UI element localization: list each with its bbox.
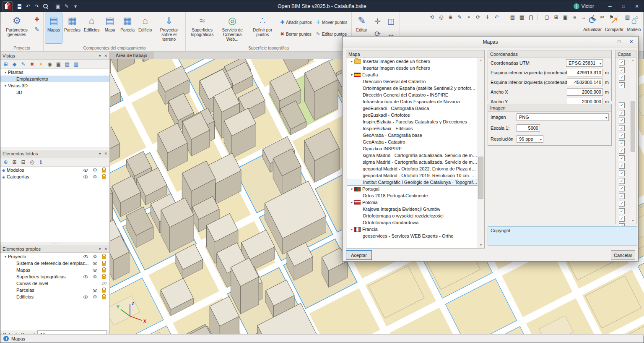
model-view-icon[interactable]: ⌂ <box>632 13 641 21</box>
scale-input[interactable] <box>517 124 540 132</box>
item-insertar-imagen-desde-un-fichero[interactable]: Insertar imagen desde un fichero <box>347 65 478 71</box>
window-select-icon[interactable]: ▢ <box>543 13 551 21</box>
lock-icon[interactable] <box>101 174 107 180</box>
gear-icon[interactable]: ⚙ <box>92 294 98 300</box>
ribbon-button-anadir-puntos[interactable]: ✚ Añadir puntos <box>280 18 312 26</box>
delete-view-icon[interactable]: ✖ <box>28 60 36 68</box>
link-model-icon[interactable]: ⊕ <box>2 158 10 166</box>
item-geoeuskadi-cartografia-basica[interactable]: geoEuskadi - Cartografía Básica <box>347 105 478 112</box>
layer-checkbox[interactable] <box>619 193 625 199</box>
layer-checkbox[interactable] <box>619 102 625 108</box>
tree-item-emplazamiento[interactable]: Emplazamiento <box>0 76 109 82</box>
scroll-down-icon[interactable]: ▼ <box>478 243 484 248</box>
minimize-button[interactable]: ─ <box>603 0 617 12</box>
eye-off-icon[interactable] <box>101 280 107 286</box>
pan-icon[interactable]: ✛ <box>483 13 492 21</box>
new-plan-view-icon[interactable]: ⊞ <box>2 60 10 68</box>
chevron-down-icon[interactable] <box>349 187 354 191</box>
undo-icon[interactable]: ↶ <box>24 2 32 10</box>
texture-icon[interactable]: ▦ <box>517 13 526 21</box>
visibility-icon[interactable]: ◎ <box>28 158 36 166</box>
tab-area-de-trabajo[interactable]: Área de trabajo <box>110 52 153 59</box>
item-polonia[interactable]: Polonia <box>347 199 478 206</box>
gear-icon[interactable]: ⚙ <box>92 254 98 259</box>
library-icon[interactable]: ▥ <box>72 60 80 68</box>
info-icon[interactable]: ℹ <box>37 158 45 166</box>
list-item-categorias[interactable]: ◈ Categorías ⚙ <box>0 173 109 180</box>
layer-checkbox[interactable] <box>619 216 625 222</box>
dialog-close-button[interactable]: ✕ <box>626 37 637 46</box>
toolbar-options-icon[interactable]: ▾ <box>71 2 80 10</box>
lock-icon[interactable] <box>101 274 107 280</box>
item-geoservices-services-web-experts-ortho[interactable]: geoservices - Services WEB Experts - Ort… <box>347 233 478 239</box>
eye-icon[interactable] <box>83 174 89 180</box>
chevron-down-icon[interactable] <box>349 228 354 231</box>
chevron-down-icon[interactable] <box>3 84 8 88</box>
clip-icon[interactable]: ✂ <box>598 13 607 21</box>
item-espana[interactable]: España <box>347 71 478 78</box>
scrollbar-thumb[interactable] <box>478 157 483 199</box>
zoom-extents-icon[interactable]: ⌖ <box>465 13 473 21</box>
capture-icon[interactable]: ▣ <box>54 2 62 10</box>
eye-icon[interactable] <box>83 274 89 280</box>
eye-icon[interactable] <box>83 294 89 300</box>
lock-icon[interactable] <box>101 167 107 173</box>
layer-checkbox[interactable] <box>619 118 625 123</box>
ribbon-button-superficies-topograficas[interactable]: ≈ Superficies topográficas <box>187 13 217 44</box>
item-inspirebizkaia-parcelas-catastrales-y-direcciones[interactable]: InspireBizkaia - Parcelas Catastrales y … <box>347 118 478 125</box>
ribbon-button-parcelas[interactable]: ▦ Parcelas <box>62 13 82 44</box>
close-panel-icon[interactable]: ✕ <box>104 152 107 156</box>
item-infraestructura-de-datos-espaciales-de-navarra[interactable]: Infraestructura de Datos Espaciales de N… <box>347 98 478 105</box>
gear-icon[interactable]: ⚙ <box>92 274 98 280</box>
chevron-down-icon[interactable] <box>349 73 354 77</box>
item-geoportal-madrid-ortofoto-2022-entorno-de-plaza-de-es[interactable]: geoportal Madrid - Ortofoto 2022. Entorn… <box>347 165 478 172</box>
tree-item-proyecto[interactable]: Proyecto ⚙ <box>0 253 109 260</box>
report-icon[interactable]: ▤ <box>63 60 71 68</box>
lock-icon[interactable] <box>101 294 107 300</box>
layer-checkbox[interactable] <box>619 110 625 116</box>
close-panel-icon[interactable]: ✕ <box>104 247 107 251</box>
save-icon[interactable] <box>15 2 23 10</box>
dialog-title-bar[interactable]: Mapas □ ✕ <box>343 37 638 47</box>
collapse-icon[interactable]: ▾ <box>99 54 101 58</box>
gear-icon[interactable]: ⚙ <box>92 167 98 173</box>
grid-icon[interactable]: ⊞ <box>552 13 561 21</box>
zoom-previous-icon[interactable]: ⟲ <box>428 13 436 21</box>
item-geoeuskadi-ortofotos[interactable]: geoEuskadi - Ortofotos <box>347 112 478 118</box>
chevron-down-icon[interactable] <box>349 60 354 63</box>
tree-item-3d[interactable]: 3D <box>0 89 109 96</box>
layer-checkbox[interactable] <box>619 201 625 207</box>
edit-view-icon[interactable]: ✎ <box>19 60 27 68</box>
layer-checkbox[interactable] <box>619 60 625 65</box>
item-insertar-imagen-desde-un-fichero[interactable]: Insertar imagen desde un fichero <box>347 58 478 65</box>
item-sigma-madrid-cartografia-actualizada-servicio-de-mapa[interactable]: sigma Madrid - Cartografía actualizada. … <box>347 152 478 159</box>
ribbon-button-servicio-de-cobertura-web[interactable]: ◎ Servicio de Cobertura Web... <box>217 13 247 44</box>
project-edit-icon[interactable]: ✎ <box>33 25 41 34</box>
utm-select[interactable]: EPSG:25831 <box>566 59 603 67</box>
layer-checkbox[interactable] <box>619 155 625 161</box>
layer-checkbox[interactable] <box>619 125 625 131</box>
item-direccion-general-del-catastro-inspire[interactable]: Dirección General del Catastro - INSPIRE <box>347 92 478 98</box>
redraw-icon[interactable]: ✎ <box>455 13 464 21</box>
guides-icon[interactable]: ≡ <box>570 13 579 21</box>
map-list-scrollbar[interactable]: ▲ ▼ <box>478 58 484 248</box>
item-direccion-general-del-catastro[interactable]: Dirección General del Catastro <box>347 78 478 85</box>
item-portugal[interactable]: Portugal <box>347 186 478 192</box>
scroll-up-icon[interactable]: ▲ <box>478 58 484 63</box>
eye-icon[interactable] <box>92 267 98 273</box>
layer-checkbox[interactable] <box>619 163 625 169</box>
item-ortofotomapa-o-wysokiej-rozdzielczosci[interactable]: Ortofotomapa o wysokiej rozdzielczości <box>347 212 478 219</box>
layer-checkbox[interactable] <box>619 75 625 81</box>
ribbon-button-parametros-generales[interactable]: ⚙ Parámetros generales <box>2 13 32 44</box>
lock-icon[interactable] <box>101 287 107 293</box>
user-menu[interactable]: Victor <box>574 3 594 9</box>
tree-item-curvas-de-nivel[interactable]: Curvas de nivel <box>0 280 109 287</box>
tree-item-edificios[interactable]: Edificios ⚙ <box>0 293 109 300</box>
layer-checkbox[interactable] <box>619 170 625 176</box>
ribbon-button-mover-puntos[interactable]: ✛ Mover puntos <box>316 18 348 26</box>
eye-icon[interactable] <box>83 167 89 173</box>
tree-item-superficies-topograficas[interactable]: Superficies topográficas ⚙ <box>0 273 109 280</box>
item-krajowa-integracja-ewidencji-gruntow[interactable]: Krajowa Integracja Ewidencji Gruntów <box>347 206 478 212</box>
scroll-down-icon[interactable]: ▼ <box>630 218 636 223</box>
mirror-icon[interactable]: ◫ <box>386 16 397 27</box>
